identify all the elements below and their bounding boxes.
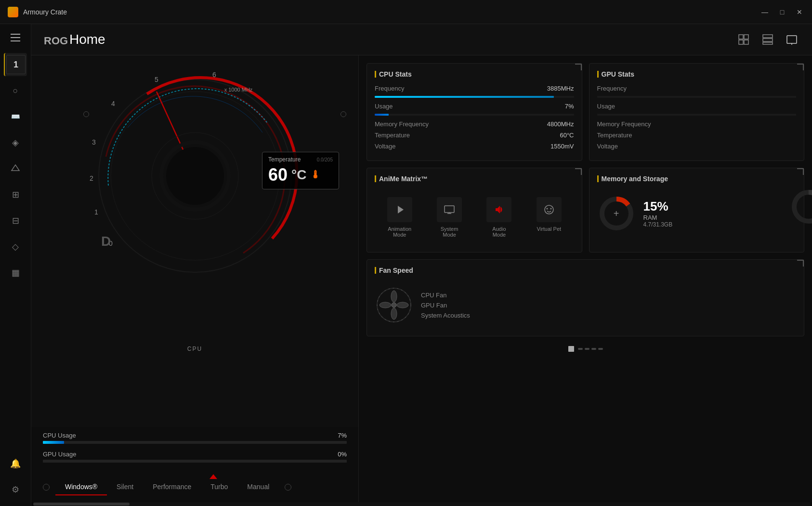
mode-right-indicator bbox=[285, 484, 291, 491]
thermometer-icon: 🌡 bbox=[310, 169, 321, 181]
animation-mode-label: AnimationMode bbox=[388, 226, 411, 238]
gpu-memfreq-row: Memory Frequency bbox=[597, 120, 797, 128]
anime-virtual-pet[interactable]: Virtual Pet bbox=[537, 197, 562, 238]
gpu-usage-header: GPU Usage 0% bbox=[43, 451, 347, 458]
svg-point-36 bbox=[794, 192, 812, 221]
cpu-stats-title: CPU Stats bbox=[375, 70, 574, 78]
page-title: Home bbox=[69, 32, 735, 47]
sidebar-item-circle[interactable]: ○ bbox=[4, 79, 27, 102]
cpu-fan-row: CPU Fan bbox=[421, 290, 796, 300]
fan-dial bbox=[375, 286, 413, 324]
cpu-usage-bar bbox=[43, 441, 347, 444]
sidebar-item-keyboard[interactable]: ⌨️ bbox=[4, 105, 27, 128]
mode-d-indicator: D bbox=[101, 234, 111, 249]
view-list-button[interactable] bbox=[759, 31, 776, 48]
svg-rect-4 bbox=[744, 40, 748, 44]
svg-point-31 bbox=[545, 205, 553, 214]
cpu-usage-row: CPU Usage 7% bbox=[43, 432, 347, 444]
card-corner-cpu bbox=[575, 64, 582, 70]
window-controls: — □ ✕ bbox=[760, 8, 804, 16]
gpu-usage-bar bbox=[43, 460, 347, 463]
tab-silent[interactable]: Silent bbox=[107, 479, 143, 495]
memory-content: + 15% RAM 4.7/31.3GB bbox=[597, 189, 797, 238]
view-device-button[interactable] bbox=[783, 31, 800, 48]
sidebar-menu-button[interactable] bbox=[7, 29, 24, 46]
content-area: ROG Home bbox=[31, 24, 812, 506]
svg-rect-7 bbox=[763, 42, 773, 44]
svg-text:x 1000 MHz: x 1000 MHz bbox=[224, 87, 252, 93]
gpu-temp-row: Temperature bbox=[597, 132, 797, 139]
sidebar-item-settings[interactable]: ⚙ bbox=[4, 478, 27, 501]
scenario-icon bbox=[11, 164, 20, 173]
animation-mode-icon bbox=[387, 197, 412, 222]
tab-performance[interactable]: Performance bbox=[143, 479, 201, 495]
anime-audio-mode[interactable]: AudioMode bbox=[486, 197, 511, 238]
svg-rect-8 bbox=[787, 36, 797, 43]
app-body: 1 ○ ⌨️ ◈ ⊞ ⊟ ◇ ▦ 🔔 bbox=[0, 24, 812, 506]
minimize-button[interactable]: — bbox=[760, 8, 770, 16]
sidebar-item-gamevisual[interactable]: ⊞ bbox=[4, 183, 27, 206]
sidebar-item-tag[interactable]: ◇ bbox=[4, 235, 27, 258]
cpu-usage-fill bbox=[43, 441, 64, 444]
svg-point-33 bbox=[550, 208, 551, 210]
gpu-voltage-row: Voltage bbox=[597, 143, 797, 150]
svg-text:3: 3 bbox=[92, 138, 96, 146]
notifications-icon: 🔔 bbox=[10, 458, 21, 469]
home-badge: 1 bbox=[6, 55, 26, 74]
svg-rect-1 bbox=[739, 35, 743, 39]
gpu-usage-stat-row: Usage bbox=[597, 103, 797, 110]
view-grid-button[interactable] bbox=[735, 31, 752, 48]
tab-manual[interactable]: Manual bbox=[237, 479, 279, 495]
memory-title: Memory and Storage bbox=[597, 175, 797, 183]
gpu-usage-stat-bar bbox=[597, 114, 797, 116]
anime-system-mode[interactable]: SystemMode bbox=[437, 197, 462, 238]
sidebar-item-aura[interactable]: ◈ bbox=[4, 131, 27, 154]
page-dot-2 bbox=[585, 348, 589, 350]
keyboard-icon: ⌨️ bbox=[11, 112, 20, 121]
sidebar-item-scenario[interactable] bbox=[4, 157, 27, 180]
sidebar-item-screen[interactable]: ▦ bbox=[4, 261, 27, 284]
svg-point-24 bbox=[166, 147, 224, 205]
svg-rect-5 bbox=[763, 35, 773, 38]
cpu-stats-card: CPU Stats Frequency 3885MHz Usage 7% bbox=[367, 63, 582, 161]
scrollbar-thumb[interactable] bbox=[33, 503, 130, 506]
memory-card: Memory and Storage + 15 bbox=[589, 168, 805, 253]
system-mode-icon bbox=[437, 197, 462, 222]
card-corner-anime bbox=[575, 168, 582, 175]
ram-donut-chart: + bbox=[597, 194, 636, 233]
right-indicator bbox=[341, 111, 346, 117]
tab-turbo[interactable]: Turbo bbox=[201, 479, 237, 495]
svg-text:5: 5 bbox=[155, 76, 158, 83]
settings-icon: ⚙ bbox=[12, 484, 19, 495]
sidebar-item-tools[interactable]: ⊟ bbox=[4, 209, 27, 232]
svg-point-41 bbox=[397, 302, 408, 308]
temperature-unit: °C bbox=[291, 167, 306, 183]
close-button[interactable]: ✕ bbox=[795, 8, 804, 16]
main-area: 3 2 4 5 6 1 0 x 1000 MHz bbox=[31, 55, 812, 502]
anime-animation-mode[interactable]: AnimationMode bbox=[387, 197, 412, 238]
sidebar-item-home[interactable]: 1 bbox=[4, 53, 27, 76]
svg-marker-27 bbox=[398, 206, 404, 213]
memory-usage: 4.7/31.3GB bbox=[643, 221, 797, 228]
lower-grid: AniMe Matrix™ AnimationMode bbox=[367, 168, 804, 253]
gpu-usage-label: GPU Usage bbox=[43, 451, 76, 458]
maximize-button[interactable]: □ bbox=[777, 8, 787, 16]
virtual-pet-icon bbox=[537, 197, 562, 222]
tab-windows[interactable]: Windows® bbox=[55, 479, 107, 495]
horizontal-scrollbar[interactable] bbox=[33, 502, 810, 506]
cpu-usage-header: CPU Usage 7% bbox=[43, 432, 347, 439]
virtual-pet-label: Virtual Pet bbox=[537, 226, 562, 232]
stats-grid: CPU Stats Frequency 3885MHz Usage 7% bbox=[367, 63, 804, 161]
sidebar-item-notifications[interactable]: 🔔 bbox=[4, 452, 27, 475]
svg-point-40 bbox=[391, 291, 397, 302]
cpu-usage-stat-fill bbox=[375, 114, 389, 116]
mode-tabs: Windows® Silent Performance Turbo Manual bbox=[31, 474, 358, 502]
page-dot-active bbox=[568, 346, 574, 352]
svg-text:2: 2 bbox=[90, 174, 93, 182]
donut-plus-icon: + bbox=[614, 208, 619, 219]
page-dot-1 bbox=[578, 348, 583, 350]
temperature-label: Temperature 0.0/205 bbox=[268, 156, 333, 163]
system-mode-label: SystemMode bbox=[441, 226, 458, 238]
performance-arrow-icon bbox=[210, 474, 217, 479]
cpu-usage-value: 7% bbox=[338, 432, 347, 439]
